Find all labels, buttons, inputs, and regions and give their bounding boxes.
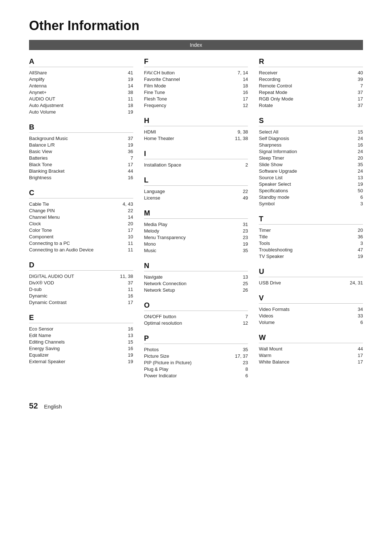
index-page: 13	[119, 333, 133, 338]
index-term: RGB Only Mode	[259, 96, 348, 102]
section-letter-U: U	[259, 267, 363, 277]
section-letter-H: H	[144, 116, 248, 126]
section-M: MMedia Play31Melody23Menu Transparency23…	[144, 209, 248, 254]
index-row: Signal Information24	[259, 148, 363, 155]
index-row: Power Indicator6	[144, 372, 248, 379]
index-page: 17	[348, 96, 363, 102]
index-row: White Balance17	[259, 358, 363, 365]
index-term: Anynet+	[29, 90, 119, 95]
index-page: 16	[233, 90, 248, 95]
index-term: Frequency	[144, 103, 234, 108]
index-term: Amplify	[29, 77, 119, 82]
index-row: Eco Sensor16	[29, 325, 133, 332]
section-letter-C: C	[29, 189, 133, 198]
index-term: Volume	[259, 320, 348, 325]
index-term: Mono	[144, 241, 234, 247]
index-term: Eco Sensor	[29, 326, 119, 332]
index-term: Melody	[144, 228, 234, 234]
index-page: 24	[348, 136, 363, 141]
index-row: Clock20	[29, 220, 133, 227]
index-term: Flesh Tone	[144, 96, 234, 102]
index-page: 14	[119, 214, 133, 220]
index-page: 49	[233, 195, 248, 201]
index-header: Index	[29, 40, 363, 50]
section-B: BBackground Music37Balance L/R19Basic Vi…	[29, 123, 133, 181]
index-term: Picture Size	[144, 353, 234, 359]
index-term: Channel Menu	[29, 214, 119, 220]
index-term: Connecting to a PC	[29, 241, 119, 246]
index-page: 17	[348, 359, 363, 365]
index-row: Antenna14	[29, 82, 133, 89]
index-term: Connecting to an Audio Device	[29, 247, 119, 252]
index-row: Energy Saving16	[29, 345, 133, 352]
index-term: Balance L/R	[29, 142, 119, 148]
index-row: Rotate37	[259, 102, 363, 108]
section-letter-R: R	[259, 57, 363, 67]
index-row: Volume6	[259, 319, 363, 325]
index-row: Photos35	[144, 346, 248, 353]
index-page: 41	[119, 70, 133, 75]
index-row: Auto Adjustment18	[29, 102, 133, 108]
index-term: AllShare	[29, 70, 119, 75]
index-term: Sharpness	[259, 142, 348, 148]
index-term: USB Drive	[259, 280, 348, 286]
index-row: Sleep Timer20	[259, 155, 363, 161]
index-page: 6	[233, 373, 248, 378]
section-N: NNavigate13Network Connection25Network S…	[144, 262, 248, 293]
index-page: 19	[233, 241, 248, 247]
index-page: 3	[348, 201, 363, 206]
index-term: Warm	[259, 353, 348, 358]
index-page: 23	[233, 360, 248, 365]
index-page: 38	[119, 90, 133, 95]
index-page: 18	[233, 83, 248, 89]
index-page: 19	[119, 109, 133, 115]
index-page: 47	[348, 247, 363, 252]
column-1: AAllShare41Amplify19Antenna14Anynet+38AU…	[29, 57, 144, 387]
index-row: Amplify19	[29, 76, 133, 82]
index-page: 18	[119, 103, 133, 108]
index-term: Batteries	[29, 155, 119, 161]
section-U: UUSB Drive24, 31	[259, 267, 363, 286]
index-term: Symbol	[259, 201, 348, 206]
index-page: 11	[119, 241, 133, 246]
index-row: Software Upgrade24	[259, 168, 363, 174]
index-term: Tools	[259, 241, 348, 246]
index-row: Wall Mount44	[259, 345, 363, 352]
index-row: FAV.CH button7, 14	[144, 69, 248, 76]
index-row: Favorite Channel14	[144, 76, 248, 82]
index-row: DIGITAL AUDIO OUT11, 38	[29, 273, 133, 279]
section-letter-I: I	[144, 149, 248, 159]
index-term: Language	[144, 189, 234, 194]
index-term: Receiver	[259, 70, 348, 75]
section-H: HHDMI9, 38Home Theater11, 38	[144, 116, 248, 141]
section-letter-F: F	[144, 57, 248, 67]
index-term: Troubleshooting	[259, 247, 348, 252]
index-row: HDMI9, 38	[144, 128, 248, 135]
index-page: 11	[119, 247, 133, 252]
index-row: Sharpness16	[259, 141, 363, 148]
index-row: Cable Tie4, 43	[29, 201, 133, 207]
index-term: FAV.CH button	[144, 70, 234, 75]
index-page: 7	[233, 314, 248, 319]
section-R: RReceiver40Recording39Remote Control7Rep…	[259, 57, 363, 108]
section-letter-P: P	[144, 334, 248, 344]
index-row: Slide Show35	[259, 161, 363, 168]
index-row: Picture Size17, 37	[144, 353, 248, 359]
index-page: 36	[119, 149, 133, 154]
index-row: Equalizer19	[29, 352, 133, 358]
index-page: 7, 14	[233, 70, 248, 75]
index-row: Title36	[259, 233, 363, 240]
index-row: Self Diagnosis24	[259, 135, 363, 141]
index-page: 26	[233, 287, 248, 293]
index-row: Blanking Bracket44	[29, 168, 133, 174]
index-term: Source List	[259, 175, 348, 180]
page-title: Other Information	[29, 18, 363, 33]
index-page: 17	[119, 162, 133, 167]
index-row: Standby mode6	[259, 194, 363, 200]
index-page: 14	[119, 83, 133, 89]
index-term: Repeat Mode	[259, 90, 348, 95]
index-row: Brightness16	[29, 174, 133, 181]
index-term: Self Diagnosis	[259, 136, 348, 141]
index-page: 15	[348, 129, 363, 135]
index-row: Change PIN22	[29, 207, 133, 214]
